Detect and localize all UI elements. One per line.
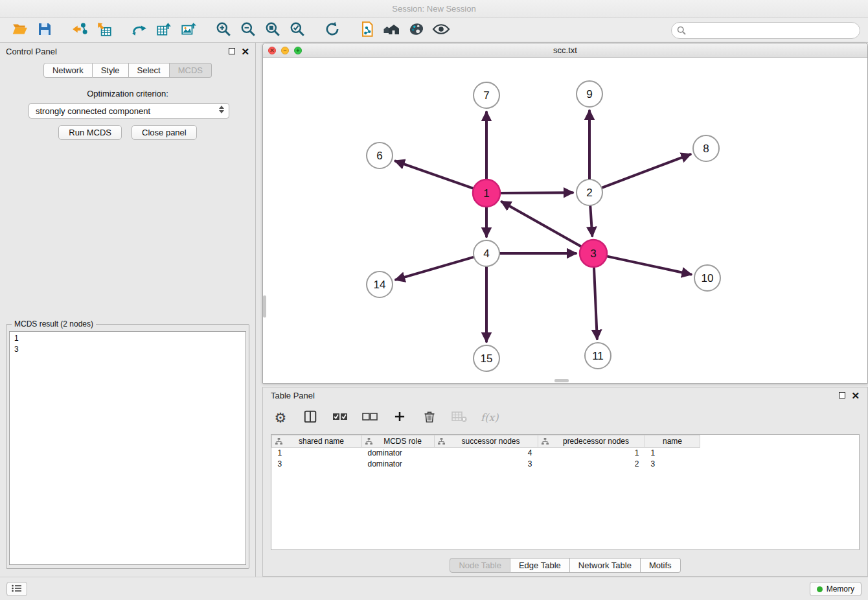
refresh-button[interactable] xyxy=(320,20,345,41)
mcds-result-title: MCDS result (2 nodes) xyxy=(12,319,96,329)
graph-node-11[interactable]: 11 xyxy=(585,343,611,369)
show-panel-list-button[interactable] xyxy=(6,582,27,596)
home-button[interactable] xyxy=(380,20,404,41)
minimize-window-icon[interactable]: − xyxy=(281,47,289,54)
memory-button[interactable]: Memory xyxy=(810,582,862,596)
network-document-button[interactable] xyxy=(355,20,380,41)
zoom-in-button[interactable] xyxy=(211,20,236,41)
tab-network-table[interactable]: Network Table xyxy=(570,558,641,573)
graph-node-3[interactable]: 3 xyxy=(580,240,607,267)
table-cell[interactable]: 4 xyxy=(435,448,538,459)
graph-edge-2-3[interactable] xyxy=(590,206,592,236)
close-window-icon[interactable]: ✕ xyxy=(268,47,276,54)
tab-mcds[interactable]: MCDS xyxy=(170,63,212,78)
gear-icon: ⚙ xyxy=(275,411,287,424)
memory-status-icon xyxy=(817,586,823,592)
tab-style[interactable]: Style xyxy=(93,63,129,78)
column-header-name[interactable]: name xyxy=(645,435,700,448)
graph-edge-3-1[interactable] xyxy=(502,202,581,246)
mcds-result-line: 3 xyxy=(14,344,241,355)
horizontal-scrollbar-thumb[interactable] xyxy=(554,379,569,382)
dropdown-stepper-icon xyxy=(219,106,224,113)
tab-node-table[interactable]: Node Table xyxy=(450,558,510,573)
close-table-panel-icon[interactable]: ✕ xyxy=(851,391,860,400)
tab-motifs[interactable]: Motifs xyxy=(641,558,681,573)
network-graph[interactable]: 7968124314101511 xyxy=(263,58,867,383)
vertical-scrollbar-thumb[interactable] xyxy=(263,295,266,317)
table-cell[interactable]: 3 xyxy=(272,459,362,470)
graph-node-9[interactable]: 9 xyxy=(577,81,602,107)
mcds-result-list[interactable]: 13 xyxy=(9,331,246,565)
network-canvas[interactable]: 7968124314101511 xyxy=(263,58,867,383)
table-cell[interactable]: 2 xyxy=(538,459,645,470)
column-header-shared-name[interactable]: shared name xyxy=(272,435,362,448)
toolbar-separator xyxy=(57,30,67,30)
graph-node-2[interactable]: 2 xyxy=(577,179,602,205)
column-header-mcds-role[interactable]: MCDS role xyxy=(362,435,435,448)
graph-node-7[interactable]: 7 xyxy=(474,82,499,108)
zoom-window-icon[interactable]: + xyxy=(294,47,302,54)
criterion-dropdown[interactable]: strongly connected component xyxy=(29,103,229,119)
graph-edge-1-6[interactable] xyxy=(396,161,474,189)
close-panel-icon[interactable]: ✕ xyxy=(241,47,249,56)
deselect-all-icon xyxy=(362,411,378,424)
table-row[interactable]: 3dominator323 xyxy=(272,459,860,470)
network-view-button[interactable] xyxy=(127,20,152,41)
import-network-icon xyxy=(71,21,88,40)
save-session-button[interactable] xyxy=(32,20,57,41)
float-panel-icon[interactable] xyxy=(229,48,235,54)
tab-network[interactable]: Network xyxy=(43,63,93,78)
svg-text:7: 7 xyxy=(483,89,489,102)
table-cell[interactable]: 1 xyxy=(272,448,362,459)
graph-node-10[interactable]: 10 xyxy=(694,265,720,291)
zoom-selected-button[interactable] xyxy=(285,20,310,41)
search-input[interactable] xyxy=(671,22,860,39)
zoom-fit-button[interactable] xyxy=(260,20,285,41)
graph-edge-4-14[interactable] xyxy=(396,257,474,280)
show-graphics-button[interactable] xyxy=(429,20,453,41)
run-mcds-button[interactable]: Run MCDS xyxy=(58,125,122,140)
deselect-all-columns-button[interactable] xyxy=(361,409,378,426)
graph-edge-3-10[interactable] xyxy=(608,257,691,275)
table-row[interactable]: 1dominator411 xyxy=(272,448,860,459)
delete-column-button[interactable] xyxy=(421,409,438,426)
table-cell[interactable]: 3 xyxy=(645,459,700,470)
table-cell[interactable]: 3 xyxy=(435,459,538,470)
float-table-panel-icon[interactable] xyxy=(839,392,845,398)
select-all-columns-button[interactable] xyxy=(332,409,348,426)
open-session-button[interactable] xyxy=(8,20,32,41)
import-network-button[interactable] xyxy=(67,20,92,41)
function-builder-button: f(x) xyxy=(481,409,498,426)
graph-node-6[interactable]: 6 xyxy=(367,143,393,168)
column-header-predecessor-nodes[interactable]: predecessor nodes xyxy=(538,435,645,448)
table-cell[interactable]: 1 xyxy=(645,448,700,459)
export-table-button[interactable] xyxy=(152,20,176,41)
paint-icon xyxy=(408,21,425,40)
export-image-button[interactable] xyxy=(176,20,201,41)
graph-node-15[interactable]: 15 xyxy=(474,345,499,371)
graph-node-4[interactable]: 4 xyxy=(474,240,499,266)
svg-text:10: 10 xyxy=(702,272,714,284)
import-table-button[interactable] xyxy=(92,20,117,41)
tab-edge-table[interactable]: Edge Table xyxy=(510,558,570,573)
close-panel-button[interactable]: Close panel xyxy=(131,125,197,140)
graph-edge-3-11[interactable] xyxy=(594,268,597,339)
graph-edge-1-2[interactable] xyxy=(501,192,573,193)
apply-style-button[interactable] xyxy=(404,20,429,41)
table-cell[interactable]: dominator xyxy=(362,459,435,470)
eye-icon xyxy=(432,21,450,40)
graph-node-1[interactable]: 1 xyxy=(473,179,500,207)
column-header-successor-nodes[interactable]: successor nodes xyxy=(435,435,538,448)
table-cell[interactable]: dominator xyxy=(362,448,435,459)
tab-select[interactable]: Select xyxy=(129,63,170,78)
network-arrows-icon xyxy=(131,21,148,40)
table-cell[interactable]: 1 xyxy=(538,448,645,459)
graph-edge-2-8[interactable] xyxy=(602,154,691,187)
svg-text:15: 15 xyxy=(481,352,493,365)
zoom-out-button[interactable] xyxy=(236,20,260,41)
table-settings-button[interactable]: ⚙ xyxy=(272,409,289,426)
graph-node-8[interactable]: 8 xyxy=(693,135,719,161)
show-columns-button[interactable] xyxy=(302,409,319,426)
add-column-button[interactable] xyxy=(391,409,408,426)
graph-node-14[interactable]: 14 xyxy=(367,271,393,297)
